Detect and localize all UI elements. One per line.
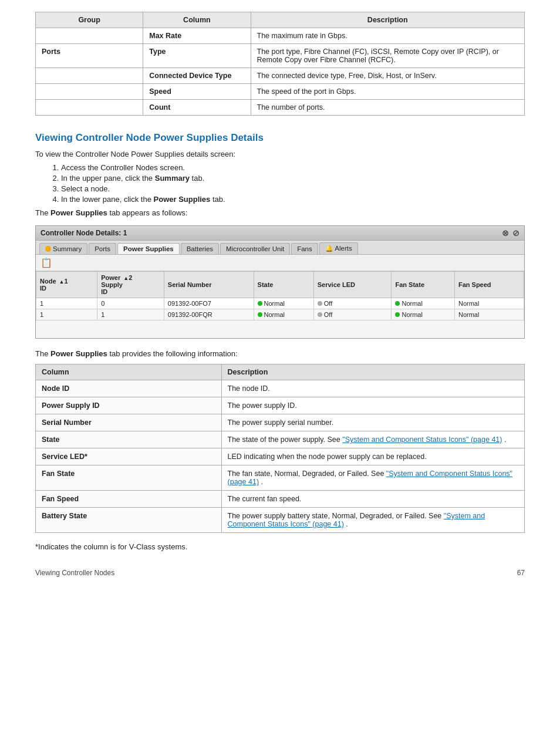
table-row: 1 0 091392-00FO7 Normal Off [36,298,524,309]
tab-alerts[interactable]: 🔔 Alerts [319,242,358,254]
summary-icon [45,246,51,252]
state-link[interactable]: "System and Component Status Icons" (pag… [342,436,502,444]
fan-state-value-2: Normal [402,311,422,318]
info-cell-column: Serial Number [36,414,222,431]
maximize-icon[interactable]: ⊘ [512,228,519,238]
ui-title-icons: ⊗ ⊘ [502,228,519,238]
cell-column: Type [143,44,251,68]
footer-right: 67 [517,569,525,577]
table-row: Connected Device Type The connected devi… [36,68,525,84]
ui-tab-bar: Summary Ports Power Supplies Batteries M… [36,241,524,255]
minimize-icon[interactable]: ⊗ [502,228,509,238]
info-cell-column: Service LED* [36,448,222,465]
col-state: State [254,272,313,298]
cell-group [36,100,143,116]
info-cell-description: The power supply battery state, Normal, … [221,508,524,533]
cell-group [36,84,143,100]
cell-description: The speed of the port in Gbps. [251,84,525,100]
cell-node-id: 1 [36,309,97,320]
table-row: Service LED* LED indicating when the nod… [36,448,525,465]
table-row: Serial Number The power supply serial nu… [36,414,525,431]
cell-node-id: 1 [36,298,97,309]
table-row: State The state of the power supply. See… [36,431,525,448]
intro-text: To view the Controller Node Power Suppli… [35,150,525,158]
cell-description: The number of ports. [251,100,525,116]
ui-bottom-padding [36,320,524,338]
tab-fans[interactable]: Fans [291,243,318,254]
table-row: Speed The speed of the port in Gbps. [36,84,525,100]
ui-toolbar: 📋 [36,255,524,271]
table-row: Ports Type The port type, Fibre Channel … [36,44,525,68]
info-intro-text: The Power Supplies tab provides the foll… [35,349,525,358]
cell-description: The port type, Fibre Channel (FC), iSCSI… [251,44,525,68]
info-cell-column: Battery State [36,508,222,533]
fan-state-value: Normal [402,300,422,307]
cell-service-led: Off [313,298,392,309]
col-header-description: Description [251,12,525,28]
col-node-id: Node ▲1ID [36,272,97,298]
cell-column: Connected Device Type [143,68,251,84]
cell-serial-number: 091392-00FO7 [164,298,254,309]
step-4: In the lower pane, click the Power Suppl… [61,195,525,204]
cell-column: Speed [143,84,251,100]
led-value: Off [324,300,332,307]
col-fan-speed: Fan Speed [454,272,524,298]
cell-group: Ports [36,44,143,68]
tab-ports-label: Ports [95,245,110,252]
info-cell-description: The state of the power supply. See "Syst… [221,431,524,448]
info-cell-column: Node ID [36,380,222,397]
info-cell-column: State [36,431,222,448]
tab-batteries[interactable]: Batteries [181,243,219,254]
cell-service-led: Off [313,309,392,320]
tab-power-supplies[interactable]: Power Supplies [117,243,180,254]
state-green-icon-2 [258,312,262,317]
tab-microcontroller-label: Microcontroller Unit [226,245,284,252]
cell-column: Max Rate [143,28,251,44]
tab-summary[interactable]: Summary [39,243,87,254]
step-2: In the upper pane, click the Summary tab… [61,174,525,183]
cell-group [36,68,143,84]
step-1: Access the Controller Nodes screen. [61,163,525,172]
tab-power-supplies-label: Power Supplies [123,245,174,252]
toolbar-doc-icon[interactable]: 📋 [41,258,52,268]
ui-title: Controller Node Details: 1 [41,229,127,237]
cell-fan-speed: Normal [454,298,524,309]
info-cell-description: The current fan speed. [221,491,524,508]
tab-ports[interactable]: Ports [89,243,116,254]
table-row: Battery State The power supply battery s… [36,508,525,533]
cell-description: The connected device type, Free, Disk, H… [251,68,525,84]
info-cell-description: The fan state, Normal, Degraded, or Fail… [221,465,524,491]
col-fan-state: Fan State [392,272,454,298]
table-row: Fan Speed The current fan speed. [36,491,525,508]
page-footer: Viewing Controller Nodes 67 [35,569,525,577]
footer-left: Viewing Controller Nodes [35,569,114,577]
step-3: Select a node. [61,184,525,193]
cell-description: The maximum rate in Gbps. [251,28,525,44]
alert-icon: 🔔 [325,245,333,252]
led-value-2: Off [324,311,332,318]
battery-state-link[interactable]: "System and Component Status Icons" (pag… [228,512,485,528]
fan-state-green-icon-2 [395,312,400,317]
fan-state-link[interactable]: "System and Component Status Icons" (pag… [228,470,513,486]
table-row: Power Supply ID The power supply ID. [36,397,525,414]
cell-state: Normal [254,298,313,309]
cell-serial-number: 091392-00FQR [164,309,254,320]
table-row: Max Rate The maximum rate in Gbps. [36,28,525,44]
sort-icon-2: ▲ [123,275,129,281]
led-grey-icon-2 [318,312,322,317]
table-row: Count The number of ports. [36,100,525,116]
info-cell-description: The power supply ID. [221,397,524,414]
table-row: Fan State The fan state, Normal, Degrade… [36,465,525,491]
tab-fans-label: Fans [297,245,312,252]
state-value-2: Normal [264,311,285,318]
top-reference-table: Group Column Description Max Rate The ma… [35,12,525,116]
cell-power-supply-id: 1 [97,309,164,320]
info-cell-column: Fan Speed [36,491,222,508]
info-table: Column Description Node ID The node ID. … [35,364,525,533]
table-row: Node ID The node ID. [36,380,525,397]
ui-title-bar: Controller Node Details: 1 ⊗ ⊘ [36,226,524,241]
cell-fan-state: Normal [392,309,454,320]
info-cell-column: Fan State [36,465,222,491]
info-col-header-column: Column [36,364,222,380]
tab-microcontroller[interactable]: Microcontroller Unit [220,243,290,254]
